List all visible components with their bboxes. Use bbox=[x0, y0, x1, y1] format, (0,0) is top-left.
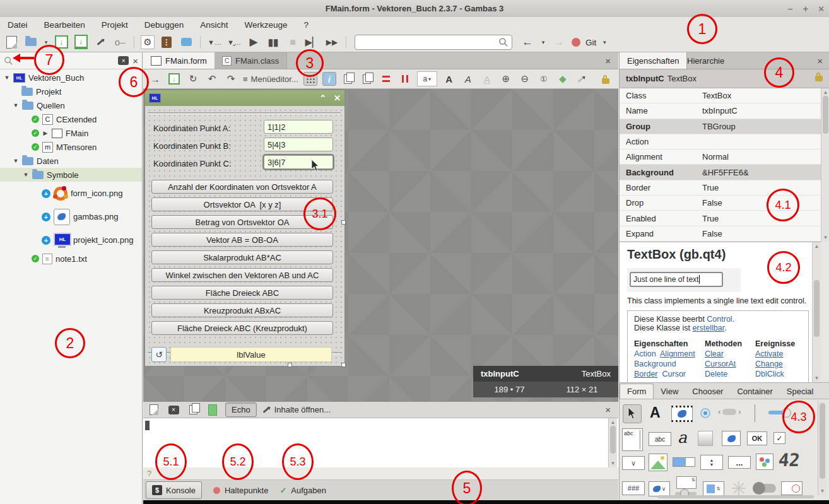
lock-form-icon[interactable] bbox=[599, 72, 613, 86]
menu-editor-button[interactable]: ≡ Menüeditor... bbox=[243, 72, 298, 86]
toolbox-scrollbar[interactable]: ▼ bbox=[818, 401, 826, 495]
refactor-icon[interactable]: o– bbox=[112, 35, 127, 50]
widget-separator-tool[interactable] bbox=[755, 404, 755, 422]
open-contents-button[interactable]: Inhalte öffnen... bbox=[262, 403, 331, 417]
fast-forward-icon[interactable]: ▶▶ bbox=[324, 35, 339, 50]
button-anzahl-koordinaten[interactable]: Anzahl der Koordinaten von Ortsvektor A bbox=[151, 180, 333, 194]
doc-link[interactable]: Background bbox=[634, 360, 676, 368]
tree-item-form-icon-png[interactable]: + form_icon.png bbox=[0, 182, 142, 205]
tree-item-cextended[interactable]: ✓ C CExtended bbox=[0, 112, 142, 126]
paste-control-icon[interactable] bbox=[360, 72, 374, 86]
collapse-icon[interactable]: ▼ bbox=[13, 158, 19, 164]
console-close-icon[interactable]: × bbox=[605, 404, 611, 415]
close-panel-icon[interactable]: × bbox=[132, 56, 138, 66]
global-search-input[interactable] bbox=[355, 36, 498, 49]
console-input-row[interactable]: ? bbox=[143, 467, 618, 480]
widget-buttonbox-tool[interactable]: ... bbox=[728, 456, 751, 469]
textbox-input-b[interactable]: 5|4|3 bbox=[264, 138, 333, 151]
tree-item-gambas-png[interactable]: + gambas.png bbox=[0, 205, 142, 228]
doc-link[interactable]: CursorAt bbox=[705, 360, 736, 368]
tab-fmain-form[interactable]: FMain.form bbox=[143, 52, 215, 69]
console-scrollbar[interactable]: ▲ ▼ bbox=[608, 418, 617, 467]
widget-button-tool[interactable] bbox=[722, 431, 741, 446]
widget-radiobutton-tool[interactable] bbox=[700, 408, 710, 418]
toolbox-tab-form[interactable]: Form bbox=[620, 384, 654, 399]
widget-textlabel-tool[interactable]: a bbox=[678, 428, 687, 447]
doc-link[interactable]: Delete bbox=[705, 370, 727, 378]
property-row[interactable]: GroupTBGroup bbox=[620, 119, 821, 134]
bold-icon[interactable]: A bbox=[442, 72, 456, 86]
tree-item-quellen[interactable]: ▼ Quellen bbox=[0, 98, 142, 112]
widget-colorbutton-tool[interactable]: ⇅ bbox=[703, 481, 724, 496]
label-punkt-a[interactable]: Koordinaten Punkt A: bbox=[153, 124, 230, 133]
tree-item-mtensoren[interactable]: ✓ m MTensoren bbox=[0, 140, 142, 154]
stop-icon[interactable]: ■ bbox=[285, 35, 300, 50]
textbox-input-c[interactable]: 3|6|7 bbox=[264, 155, 333, 169]
tree-item-symbole[interactable]: ▼ Symbole bbox=[0, 168, 142, 182]
collapse-icon[interactable]: ▼ bbox=[13, 102, 19, 108]
tree-item-projekt-icon-png[interactable]: + HL projekt_icon.png bbox=[0, 228, 142, 252]
options-gear-icon[interactable]: ⚙ bbox=[141, 35, 155, 49]
console-output[interactable]: ▲ ▼ bbox=[143, 418, 618, 468]
doc-link-control[interactable]: Control bbox=[707, 315, 732, 324]
form-designer-canvas[interactable]: HL ⌃ ✕ Koordinaten Punkt A: 1|1|2 Koordi… bbox=[143, 89, 618, 402]
property-row[interactable]: ClassTextBox bbox=[620, 88, 821, 103]
widget-lcdnumber-tool[interactable]: 42 bbox=[777, 450, 801, 471]
tree-item-daten[interactable]: ▼ Daten bbox=[0, 154, 142, 168]
global-search-box[interactable] bbox=[355, 35, 512, 50]
widget-drawingarea-tool[interactable] bbox=[698, 431, 713, 446]
toolbox-hscrollbar[interactable] bbox=[657, 495, 814, 498]
lock-icon[interactable] bbox=[815, 76, 823, 81]
button-vektor-ab[interactable]: Vektor AB = OB-OA bbox=[151, 233, 333, 247]
widget-textarea-tool[interactable]: abc bbox=[622, 428, 643, 451]
tree-item-note1-txt[interactable]: ✓ ≡ note1.txt bbox=[0, 252, 142, 266]
tab-fmain-class[interactable]: C FMain.class bbox=[215, 52, 287, 69]
property-row[interactable]: Background&HF5FFE6& bbox=[620, 165, 821, 180]
git-label[interactable]: Git bbox=[585, 38, 596, 47]
info-toggle-icon[interactable]: i bbox=[322, 72, 336, 86]
new-file-icon[interactable] bbox=[4, 35, 19, 50]
resize-handle[interactable] bbox=[341, 363, 346, 367]
back-icon[interactable]: ← bbox=[520, 35, 535, 50]
copy-control-icon[interactable] bbox=[341, 72, 355, 86]
align-v-center-icon[interactable] bbox=[398, 72, 412, 86]
italic-icon[interactable]: A bbox=[461, 72, 475, 86]
close-panel-icon[interactable]: × bbox=[817, 56, 823, 66]
widget-textbox-tool[interactable]: abc bbox=[649, 432, 671, 446]
collapse-icon[interactable]: ▼ bbox=[23, 172, 29, 178]
zoom-reset-icon[interactable]: ① bbox=[537, 72, 551, 86]
toolbox-tab-view[interactable]: View bbox=[654, 384, 685, 399]
console-paste-icon[interactable] bbox=[206, 403, 220, 417]
pause-icon[interactable]: ▮▮ bbox=[266, 35, 281, 50]
doc-link[interactable]: Clear bbox=[705, 349, 724, 358]
git-dropdown-icon[interactable]: ▾ bbox=[601, 35, 608, 50]
echo-toggle-button[interactable]: Echo bbox=[225, 402, 257, 417]
menu-ansicht[interactable]: Ansicht bbox=[200, 20, 228, 30]
toolbox-tab-special[interactable]: Special bbox=[780, 384, 821, 399]
menu-projekt[interactable]: Projekt bbox=[102, 20, 128, 30]
widget-gambas-combo-tool[interactable]: ∨ bbox=[649, 481, 670, 496]
widget-sliderspin-tool[interactable]: ⇅ bbox=[675, 476, 698, 498]
edit-icon[interactable] bbox=[93, 35, 108, 50]
widget-spinbox-tool[interactable]: ▲▼ bbox=[700, 455, 723, 470]
widget-scrollbar-tool[interactable]: ‹› bbox=[718, 407, 741, 416]
label-punkt-b[interactable]: Koordinaten Punkt B: bbox=[153, 141, 231, 151]
doc-link[interactable]: Activate bbox=[755, 349, 783, 358]
undo-icon[interactable]: ↶ bbox=[205, 72, 219, 86]
tab-eigenschaften[interactable]: Eigenschaften bbox=[620, 52, 687, 69]
separator-control[interactable] bbox=[148, 112, 341, 115]
close-tab-icon[interactable]: × bbox=[605, 56, 611, 66]
doc-scrollbar[interactable]: ▲ ▼ bbox=[812, 242, 821, 382]
menu-bearbeiten[interactable]: Bearbeiten bbox=[44, 20, 85, 30]
redo-icon[interactable]: ↷ bbox=[224, 72, 238, 86]
back-dropdown-icon[interactable]: ▾ bbox=[540, 35, 546, 50]
button-flaeche-kreuzprodukt[interactable]: Fläche Dreieck ABC (Kreuzprodukt) bbox=[151, 321, 333, 335]
zoom-out-icon[interactable]: ⊖ bbox=[518, 72, 532, 86]
widget-progressbar-tool[interactable] bbox=[673, 457, 695, 467]
console-clear-icon[interactable]: × bbox=[167, 403, 180, 417]
result-label[interactable]: lblValue bbox=[170, 347, 332, 362]
tab-haltepunkte[interactable]: Haltepunkte bbox=[213, 486, 268, 495]
textbox-input-a[interactable]: 1|1|2 bbox=[264, 120, 333, 134]
doc-link[interactable]: Cursor bbox=[662, 370, 686, 378]
font-select-icon[interactable]: a ▾ bbox=[417, 71, 437, 86]
